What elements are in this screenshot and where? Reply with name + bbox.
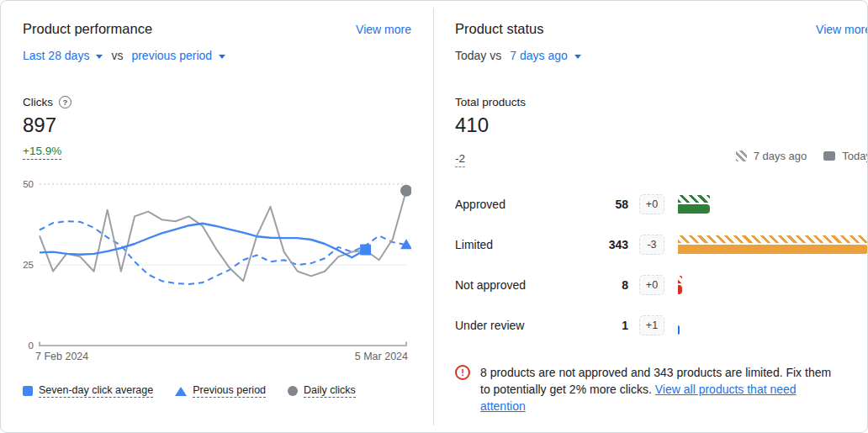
dashboard-card: Product performance View more Last 28 da… [0,0,868,433]
legend-item: Daily clicks [288,384,356,398]
comparison-period-value: previous period [131,49,212,62]
bar-legend-item: 7 days ago [736,150,807,162]
status-label: Approved [455,198,581,211]
status-count: 8 [581,278,628,292]
status-count: 58 [581,198,628,211]
clicks-line-chart[interactable]: 025507 Feb 20245 Mar 2024 [23,178,411,370]
chevron-down-icon [96,55,103,59]
svg-text:5 Mar 2024: 5 Mar 2024 [355,351,408,362]
bar-today [678,245,868,254]
clicks-label: Clicks [23,96,53,108]
status-delta-badge: +1 [639,315,664,335]
bar-legend: 7 days agoToday [736,150,868,162]
svg-text:0: 0 [29,341,34,351]
bar-legend-item: Today [823,150,868,162]
products-alert: ! 8 products are not approved and 343 pr… [455,364,842,415]
compare-days-value: 7 days ago [510,49,568,62]
status-row: Limited343-3 [455,224,868,265]
status-row: Under review1+1 [455,305,868,346]
bar-today [678,285,682,294]
bar-7-days-ago [678,235,868,243]
svg-text:50: 50 [23,179,34,189]
product-performance-panel: Product performance View more Last 28 da… [1,1,433,432]
chevron-down-icon [574,55,581,59]
bar-7-days-ago [678,276,682,283]
status-label: Not approved [455,278,581,292]
status-count: 1 [581,319,628,332]
status-bars [678,316,868,335]
total-products-label: Total products [455,96,526,108]
status-title: Product status [455,19,543,38]
status-delta-badge: +0 [639,275,664,295]
performance-view-more-link[interactable]: View more [356,23,411,36]
clicks-metric: Clicks ? 897 +15.9% [23,96,411,160]
legend-item: Previous period [175,384,266,398]
bar-7-days-ago [678,195,710,203]
svg-text:25: 25 [23,260,34,270]
status-delta-badge: -3 [639,235,664,255]
hatched-bar-icon [736,150,747,161]
today-vs-label: Today vs [455,49,501,62]
status-label: Under review [455,319,581,332]
alert-circle-icon: ! [455,365,470,380]
chevron-down-icon [219,55,225,59]
legend-label: Daily clicks [304,384,356,398]
performance-title: Product performance [23,19,152,38]
svg-text:7 Feb 2024: 7 Feb 2024 [35,351,88,362]
performance-legend: Seven-day click averagePrevious periodDa… [23,384,411,398]
compare-days-dropdown[interactable]: 7 days ago [510,49,581,62]
clicks-delta: +15.9% [23,145,61,160]
legend-label: Previous period [193,384,266,398]
total-products-delta: -2 [455,152,465,167]
total-products-value: 410 [455,114,868,137]
status-bars [678,235,868,254]
triangle-marker-icon [175,387,187,396]
total-products-metric: Total products 410 -2 7 days agoToday [455,96,868,167]
status-label: Limited [455,238,581,251]
solid-bar-icon [823,151,835,161]
performance-period-selectors: Last 28 days vs previous period [23,49,411,62]
date-range-value: Last 28 days [23,49,89,62]
performance-header: Product performance View more [23,19,411,38]
status-delta-badge: +0 [639,194,664,214]
performance-chart[interactable]: 025507 Feb 20245 Mar 2024 [23,178,411,373]
status-view-more-link[interactable]: View more [816,23,868,36]
circle-marker-icon [288,386,298,396]
status-header: Product status View more [455,19,868,38]
panel-divider [433,8,434,425]
status-row: Approved58+0 [455,184,868,224]
clicks-value: 897 [23,114,411,137]
date-range-dropdown[interactable]: Last 28 days [23,49,103,62]
status-row: Not approved8+0 [455,265,868,305]
square-marker-icon [23,386,33,396]
status-period-selectors: Today vs 7 days ago [455,49,868,62]
bar-today [678,325,680,335]
vs-label: vs [111,49,123,62]
bar-legend-label: 7 days ago [754,150,807,162]
bar-today [678,204,710,214]
legend-item: Seven-day click average [23,384,153,398]
status-bars [678,276,868,294]
legend-label: Seven-day click average [39,384,153,398]
help-icon[interactable]: ? [59,96,71,108]
status-count: 343 [581,238,628,251]
product-status-panel: Product status View more Today vs 7 days… [433,1,868,432]
comparison-period-dropdown[interactable]: previous period [131,49,225,62]
status-bars [678,195,868,214]
bar-legend-label: Today [842,150,868,162]
status-rows: Approved58+0Limited343-3Not approved8+0U… [455,184,868,346]
